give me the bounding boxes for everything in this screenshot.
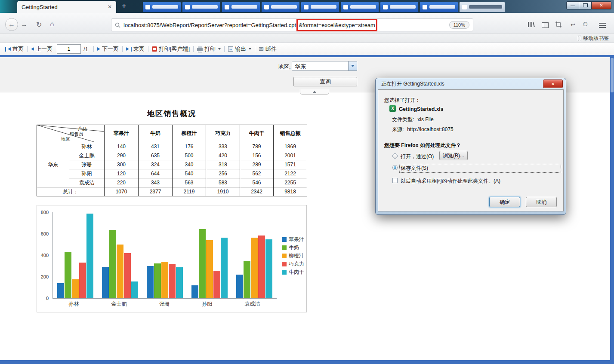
mobile-bookmarks-item[interactable]: 移动版书签 [578,35,609,42]
back-button[interactable]: ← [5,18,18,31]
legend-swatch [282,262,287,266]
value-cell: 1869 [274,142,307,151]
legend-label: 牛奶 [289,245,299,251]
legend-label: 牛肉干 [289,269,304,275]
background-tab[interactable] [420,2,458,12]
region-select[interactable]: 华东 [292,61,357,71]
value-cell: 2255 [274,178,307,187]
library-icon[interactable] [528,21,535,29]
tab-favicon-icon [185,5,190,9]
bookmarks-bar [0,34,614,43]
open-with-label[interactable]: 打开，通过(O) [401,153,434,160]
dialog-close-button[interactable]: ✕ [543,80,563,88]
combo-dropdown-button[interactable] [348,61,357,70]
background-tab[interactable] [380,2,418,12]
bar [65,252,71,298]
first-page-button[interactable]: 首页 [5,45,24,53]
page-number-input[interactable] [57,44,81,54]
legend-item: 苹果汁 [282,236,304,242]
value-cell: 256 [206,169,240,178]
browse-button[interactable]: 浏览(B)... [439,151,468,160]
background-tab[interactable] [262,2,299,12]
open-with-radio[interactable] [392,153,398,159]
salesperson-cell: 张珊 [69,160,105,169]
tab-close-icon[interactable]: ✕ [108,4,112,10]
email-button[interactable]: ✉邮件 [259,45,277,53]
background-tab[interactable] [143,2,181,12]
window-titlebar: GettingStarted ✕ + — ✕ [0,0,614,13]
next-page-icon [97,47,100,51]
remember-action-checkbox[interactable] [392,178,398,183]
screenshot-crop-icon[interactable] [555,21,562,29]
bar [213,271,220,298]
value-cell: 644 [139,169,173,178]
value-cell: 343 [139,178,173,187]
profile-icon[interactable]: ☺ [582,20,589,28]
forward-icon[interactable]: → [21,21,28,28]
prev-page-button[interactable]: 上一页 [31,45,52,53]
window-controls: — ✕ [566,1,611,9]
background-tab[interactable] [301,2,339,12]
last-page-button[interactable]: 末页 [126,45,145,53]
url-prefix: localhost:8075/WebReport/ReportServer?re… [123,22,296,28]
value-cell: 635 [139,151,173,160]
maximize-button[interactable] [579,1,592,9]
url-text[interactable]: localhost:8075/WebReport/ReportServer?re… [123,19,377,31]
column-header: 牛肉干 [240,125,274,142]
menu-icon[interactable] [599,23,606,24]
vertical-scrollbar[interactable] [610,57,614,360]
tab-favicon-icon [225,5,229,9]
value-cell: 156 [240,151,274,160]
zoom-level-badge[interactable]: 110% [449,21,469,29]
close-button[interactable]: ✕ [592,1,611,9]
undo-icon[interactable]: ↩ [571,21,575,28]
query-button[interactable]: 查询 [293,77,357,86]
background-tab[interactable] [182,2,220,12]
bar [79,263,86,298]
value-cell: 420 [206,151,240,160]
tab-favicon-icon [145,5,150,9]
ok-button[interactable]: 确定 [489,197,520,207]
sales-bar-chart: 0200400600800 孙林金士鹏张珊孙阳袁成洁 苹果汁牛奶柳橙汁巧克力牛肉… [37,205,307,312]
background-tab[interactable] [222,2,260,12]
scrollbar-thumb[interactable] [611,58,614,92]
reload-icon[interactable]: ↻ [36,21,42,29]
header-row: 产品 销售员 地区 苹果汁 牛奶 柳橙汁 巧克力 牛肉干 销售总额 [37,125,307,142]
save-file-radio[interactable] [392,165,398,170]
background-tab[interactable] [341,2,379,12]
active-tab[interactable]: GettingStarted ✕ [17,1,116,13]
print-client-button[interactable]: 打印[客户端] [152,45,190,53]
bar [86,214,93,298]
collapse-parameter-pane-button[interactable] [300,89,329,95]
home-icon[interactable]: ⌂ [50,20,54,28]
bar-group [102,230,138,298]
next-page-button[interactable]: 下一页 [97,45,119,53]
column-header: 巧克力 [206,125,240,142]
new-tab-button[interactable]: + [122,2,127,10]
excel-file-icon: X [389,105,396,112]
print-button[interactable]: 打印 [197,45,221,53]
address-bar[interactable]: localhost:8075/WebReport/ReportServer?re… [111,18,473,31]
total-value-cell: 2342 [240,187,274,196]
table-row: 金士鹏2906355004201562001 [37,151,307,160]
dialog-titlebar[interactable]: 正在打开 GettingStarted.xls ✕ [378,78,564,89]
value-cell: 546 [240,178,274,187]
prev-page-icon [31,47,34,51]
save-file-label[interactable]: 保存文件(S) [401,165,428,172]
x-category-label: 孙林 [69,300,79,308]
export-button[interactable]: 输出 [228,45,251,53]
value-cell: 289 [240,160,274,169]
chart-legend: 苹果汁牛奶柳橙汁巧克力牛肉干 [282,236,304,275]
cancel-button[interactable]: 取消 [526,197,557,207]
value-cell: 340 [173,160,206,169]
tab-title-unreadable [192,5,218,9]
sidebar-icon[interactable] [542,22,549,30]
bar [57,283,64,298]
bar [236,275,243,298]
y-tick-label: 200 [41,274,49,279]
remember-action-label[interactable]: 以后自动采用相同的动作处理此类文件。(A) [401,177,500,185]
sales-table-body: 华东孙林1404311763337891869金士鹏29063550042015… [37,142,307,196]
last-page-icon [126,47,129,51]
background-tab[interactable] [460,2,505,12]
minimize-button[interactable]: — [566,1,579,9]
